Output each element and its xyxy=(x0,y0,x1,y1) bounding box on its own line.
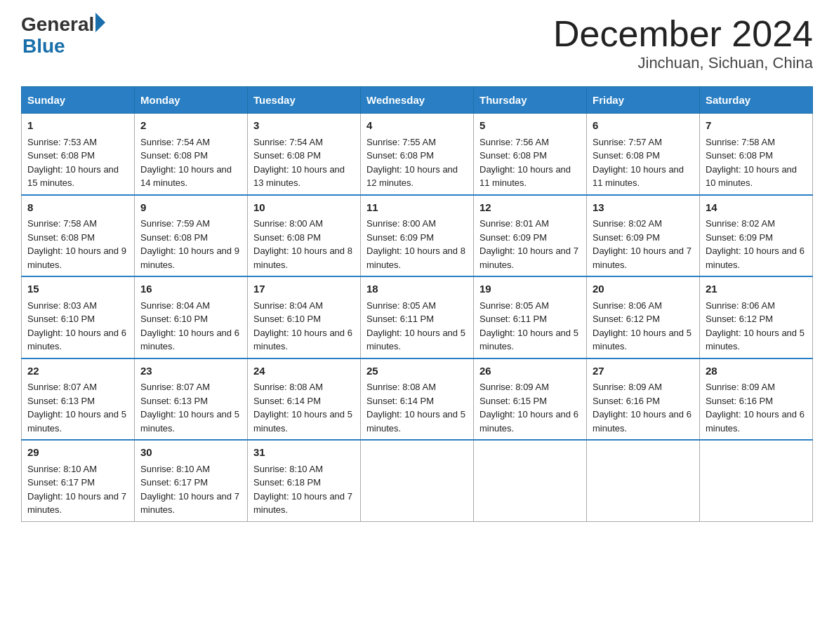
table-row xyxy=(474,440,587,521)
month-title: December 2024 xyxy=(553,14,813,54)
table-row: 3Sunrise: 7:54 AMSunset: 6:08 PMDaylight… xyxy=(248,114,361,195)
logo: General Blue xyxy=(21,14,105,58)
table-row: 6Sunrise: 7:57 AMSunset: 6:08 PMDaylight… xyxy=(587,114,700,195)
table-row: 23Sunrise: 8:07 AMSunset: 6:13 PMDayligh… xyxy=(135,358,248,441)
logo-triangle-icon xyxy=(95,13,105,32)
day-number: 9 xyxy=(140,200,241,216)
table-row: 20Sunrise: 8:06 AMSunset: 6:12 PMDayligh… xyxy=(587,276,700,358)
table-row xyxy=(587,440,700,521)
day-number: 20 xyxy=(593,281,694,297)
table-row: 30Sunrise: 8:10 AMSunset: 6:17 PMDayligh… xyxy=(135,440,248,521)
day-number: 6 xyxy=(593,118,694,134)
col-wednesday: Wednesday xyxy=(361,87,474,114)
day-number: 24 xyxy=(253,363,355,380)
day-number: 30 xyxy=(140,445,241,461)
location-subtitle: Jinchuan, Sichuan, China xyxy=(553,54,813,72)
title-area: December 2024 Jinchuan, Sichuan, China xyxy=(553,14,813,72)
table-row: 26Sunrise: 8:09 AMSunset: 6:15 PMDayligh… xyxy=(474,358,587,441)
day-number: 19 xyxy=(479,281,581,297)
day-number: 22 xyxy=(27,363,128,380)
table-row: 15Sunrise: 8:03 AMSunset: 6:10 PMDayligh… xyxy=(22,276,135,358)
col-monday: Monday xyxy=(135,87,248,114)
day-number: 2 xyxy=(140,118,241,134)
day-number: 11 xyxy=(366,200,468,216)
day-number: 27 xyxy=(593,363,694,380)
table-row: 16Sunrise: 8:04 AMSunset: 6:10 PMDayligh… xyxy=(135,276,248,358)
day-number: 13 xyxy=(593,200,694,216)
table-row: 10Sunrise: 8:00 AMSunset: 6:08 PMDayligh… xyxy=(248,195,361,277)
calendar-header-row: Sunday Monday Tuesday Wednesday Thursday… xyxy=(22,87,813,114)
calendar-week-row: 22Sunrise: 8:07 AMSunset: 6:13 PMDayligh… xyxy=(22,358,813,441)
table-row: 11Sunrise: 8:00 AMSunset: 6:09 PMDayligh… xyxy=(361,195,474,277)
logo-blue-text: Blue xyxy=(22,36,105,58)
day-number: 4 xyxy=(366,118,468,134)
calendar-week-row: 1Sunrise: 7:53 AMSunset: 6:08 PMDaylight… xyxy=(22,114,813,195)
table-row: 21Sunrise: 8:06 AMSunset: 6:12 PMDayligh… xyxy=(700,276,813,358)
table-row xyxy=(700,440,813,521)
day-number: 18 xyxy=(366,281,468,297)
table-row: 2Sunrise: 7:54 AMSunset: 6:08 PMDaylight… xyxy=(135,114,248,195)
day-number: 12 xyxy=(479,200,581,216)
table-row: 5Sunrise: 7:56 AMSunset: 6:08 PMDaylight… xyxy=(474,114,587,195)
table-row: 22Sunrise: 8:07 AMSunset: 6:13 PMDayligh… xyxy=(22,358,135,441)
day-number: 14 xyxy=(706,200,807,216)
calendar-week-row: 15Sunrise: 8:03 AMSunset: 6:10 PMDayligh… xyxy=(22,276,813,358)
table-row: 31Sunrise: 8:10 AMSunset: 6:18 PMDayligh… xyxy=(248,440,361,521)
day-number: 8 xyxy=(27,200,128,216)
logo-general-text: General xyxy=(21,14,94,36)
table-row: 1Sunrise: 7:53 AMSunset: 6:08 PMDaylight… xyxy=(22,114,135,195)
table-row: 4Sunrise: 7:55 AMSunset: 6:08 PMDaylight… xyxy=(361,114,474,195)
day-number: 10 xyxy=(253,200,355,216)
day-number: 7 xyxy=(706,118,807,134)
day-number: 3 xyxy=(253,118,355,134)
day-number: 28 xyxy=(706,363,807,380)
day-number: 17 xyxy=(253,281,355,297)
table-row: 27Sunrise: 8:09 AMSunset: 6:16 PMDayligh… xyxy=(587,358,700,441)
day-number: 26 xyxy=(479,363,581,380)
page-header: General Blue December 2024 Jinchuan, Sic… xyxy=(21,14,813,72)
col-tuesday: Tuesday xyxy=(248,87,361,114)
col-friday: Friday xyxy=(587,87,700,114)
table-row: 17Sunrise: 8:04 AMSunset: 6:10 PMDayligh… xyxy=(248,276,361,358)
table-row: 9Sunrise: 7:59 AMSunset: 6:08 PMDaylight… xyxy=(135,195,248,277)
day-number: 29 xyxy=(27,445,128,461)
day-number: 1 xyxy=(27,118,128,134)
col-sunday: Sunday xyxy=(22,87,135,114)
table-row: 19Sunrise: 8:05 AMSunset: 6:11 PMDayligh… xyxy=(474,276,587,358)
day-number: 31 xyxy=(253,445,355,461)
calendar-table: Sunday Monday Tuesday Wednesday Thursday… xyxy=(21,86,813,522)
table-row: 25Sunrise: 8:08 AMSunset: 6:14 PMDayligh… xyxy=(361,358,474,441)
table-row: 24Sunrise: 8:08 AMSunset: 6:14 PMDayligh… xyxy=(248,358,361,441)
day-number: 23 xyxy=(140,363,241,380)
calendar-week-row: 8Sunrise: 7:58 AMSunset: 6:08 PMDaylight… xyxy=(22,195,813,277)
table-row xyxy=(361,440,474,521)
col-saturday: Saturday xyxy=(700,87,813,114)
table-row: 8Sunrise: 7:58 AMSunset: 6:08 PMDaylight… xyxy=(22,195,135,277)
day-number: 16 xyxy=(140,281,241,297)
table-row: 28Sunrise: 8:09 AMSunset: 6:16 PMDayligh… xyxy=(700,358,813,441)
table-row: 13Sunrise: 8:02 AMSunset: 6:09 PMDayligh… xyxy=(587,195,700,277)
table-row: 14Sunrise: 8:02 AMSunset: 6:09 PMDayligh… xyxy=(700,195,813,277)
table-row: 7Sunrise: 7:58 AMSunset: 6:08 PMDaylight… xyxy=(700,114,813,195)
day-number: 25 xyxy=(366,363,468,380)
table-row: 18Sunrise: 8:05 AMSunset: 6:11 PMDayligh… xyxy=(361,276,474,358)
day-number: 15 xyxy=(27,281,128,297)
day-number: 5 xyxy=(479,118,581,134)
table-row: 12Sunrise: 8:01 AMSunset: 6:09 PMDayligh… xyxy=(474,195,587,277)
col-thursday: Thursday xyxy=(474,87,587,114)
calendar-week-row: 29Sunrise: 8:10 AMSunset: 6:17 PMDayligh… xyxy=(22,440,813,521)
day-number: 21 xyxy=(706,281,807,297)
table-row: 29Sunrise: 8:10 AMSunset: 6:17 PMDayligh… xyxy=(22,440,135,521)
